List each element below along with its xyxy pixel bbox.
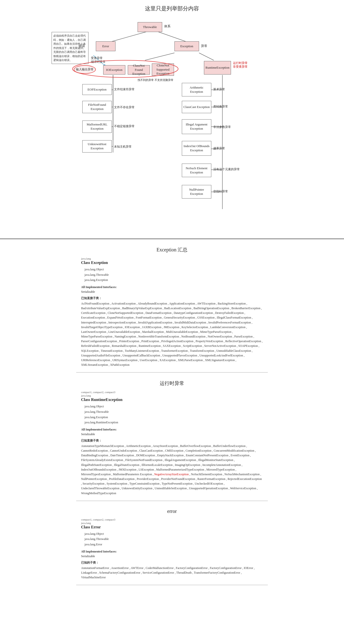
runtime-impl-text: Serializable <box>81 432 263 436</box>
hierarchy-line-3: java.lang.Exception <box>81 278 263 283</box>
error-hier-1: java.lang.Object <box>81 531 263 537</box>
runtime-hierarchy: java.lang.Object java.lang.Throwable jav… <box>81 404 263 425</box>
suanshu-label: 算术异常 <box>213 87 225 92</box>
exception-package: java.lang <box>81 257 263 260</box>
cuowu-label: 错误 <box>79 44 85 48</box>
error-subclasses-label: 已知的子类： <box>81 560 263 565</box>
error-class-title: Class Error <box>81 525 263 529</box>
error-section-title: error <box>81 508 263 514</box>
error-impl-text: Serializable <box>81 554 263 558</box>
arithmetic-box: Arithmetic Exception <box>182 83 211 96</box>
wenjianbucu-label: 文件不存在异常 <box>114 105 135 110</box>
runtime-subclasses-text: AnnotationTypeMismatchException , Arithm… <box>81 444 263 496</box>
runtime-subclasses-normal: AnnotationTypeMismatchException , Arithm… <box>81 444 256 476</box>
budinglianjie-label: 不稳定链接异常 <box>114 124 135 128</box>
inputoutput-box: 输入输出异常 <box>74 65 96 74</box>
error-subclasses-text: AnnotationFormatError , AssertionError ,… <box>81 566 263 580</box>
exception-summary-title: Exception 汇总 <box>81 246 263 253</box>
runtime-hier-2: java.lang.Throwable <box>81 409 263 415</box>
exception-box: Exception <box>174 41 199 51</box>
runtime-subclasses-label: 已知直接子类： <box>81 438 263 443</box>
error-package-label: compact1, compact2, compact3 <box>81 518 263 521</box>
classnotfound-box: ClassNot Found Exception <box>128 65 150 74</box>
runtime-hier-3: java.lang.Exception <box>81 415 263 420</box>
error-section: error compact1, compact2, compact3 java.… <box>76 501 268 585</box>
yuejie-label: 越界异常 <box>213 146 225 150</box>
exception-summary-section: Exception 汇总 java.lang Class Exception j… <box>76 239 268 373</box>
diagram-title: 这里只是列举部分内容 <box>10 5 334 12</box>
runtime-exception-section: 运行时异常 compact1, compact2, compact3 java.… <box>76 373 268 501</box>
feishoucha-label: 非受查异常 <box>233 65 248 69</box>
exception-impl-label: All Implemented Interfaces: <box>81 285 263 289</box>
indexout-box: IndexOut OfBounds Exception <box>182 141 211 156</box>
leixing-label: 类转换异常 <box>213 104 228 109</box>
hierarchy-line-1: java.lang.Object <box>81 267 263 272</box>
classcast-box: ClassCast Exception <box>182 101 211 113</box>
throwable-box: Throwable <box>138 22 162 32</box>
tishang-label: 体系 <box>164 24 171 28</box>
exception-class-title: Class Exception <box>81 260 263 265</box>
feifa-label: 非法参数异常 <box>213 125 231 129</box>
runtime-package-label: compact1, compact2, compact3 <box>81 391 263 394</box>
illegalarg-box: Illegal Argument Exception <box>182 119 211 134</box>
svg-line-2 <box>145 53 174 60</box>
zhaobudao-label: 找不到的异常 不支持克隆异常 <box>138 78 173 82</box>
eofexception-box: EOFException <box>82 84 112 95</box>
exception-subclasses-text: AclNotFoundException , ActivationExcepti… <box>81 301 263 368</box>
exception-hierarchy: java.lang.Object java.lang.Throwable jav… <box>81 267 263 283</box>
error-impl-label: All Implemented Interfaces: <box>81 550 263 554</box>
bianyishi-label: 编译时异常 <box>91 60 106 64</box>
runtime-box: RuntimeException <box>204 61 231 74</box>
wenjianjiesu-label: 文件结束符异常 <box>114 87 135 92</box>
zhongjie-label: 空指针异常 <box>213 190 228 194</box>
error-package-lang: java.lang <box>81 522 263 524</box>
runtime-class-title: Class RuntimeException <box>81 398 263 402</box>
error-hier-3: java.lang.Error <box>81 542 263 547</box>
nosuch-box: NoSuch Element Exception <box>182 164 211 177</box>
hierarchy-line-2: java.lang.Throwable <box>81 272 263 278</box>
diagram-section: 这里只是列举部分内容 <box>0 0 344 239</box>
malformedurl-box: MalformedURL Exception <box>82 120 112 133</box>
runtime-subclasses-red: NegativeArraySizeException <box>154 472 189 476</box>
svg-line-3 <box>199 53 214 60</box>
exception-impl-text: Serializable <box>81 290 263 294</box>
meiyou-label: 没有这个元素的异常 <box>213 167 240 172</box>
error-hierarchy: java.lang.Object java.lang.Throwable jav… <box>81 531 263 547</box>
runtime-impl-label: All Implemented Interfaces: <box>81 428 263 432</box>
weizhi-label: 未知主机异常 <box>114 145 132 149</box>
exception-subclasses-label: 已知直接子类： <box>81 296 263 300</box>
runtime-section-title: 运行时异常 <box>81 380 263 387</box>
error-box: Error <box>96 41 116 51</box>
runtime-package-lang: java.lang <box>81 394 263 397</box>
unknownhost-box: UnknownHost Exception <box>82 140 112 152</box>
error-hier-2: java.lang.Throwable <box>81 536 263 542</box>
nullpointer-box: NullPointer Exception <box>182 185 211 198</box>
runtime-hier-1: java.lang.Object <box>81 404 263 409</box>
svg-line-0 <box>111 32 148 42</box>
diagram-area: 必须由程序员自己去处理代码，例如：通知人，自己调用自己。如果在没存终止条件的情况… <box>54 17 290 231</box>
runtime-hier-4: java.lang.RuntimeException <box>81 420 263 425</box>
filenotfound-box: FileNotFound Exception <box>82 101 112 113</box>
clonenot-box: CloneNot Supported Exception <box>152 64 174 76</box>
svg-line-1 <box>157 32 187 42</box>
ioexception-box: IOException <box>103 65 125 74</box>
yichang-label: 异常 <box>201 44 207 48</box>
